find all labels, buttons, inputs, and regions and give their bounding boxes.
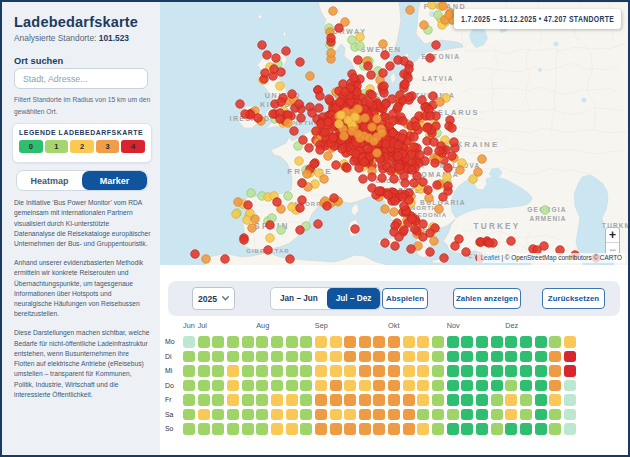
cal-cell-r3c0[interactable]	[183, 380, 195, 392]
map-marker[interactable]	[306, 72, 315, 81]
map-marker[interactable]	[405, 196, 414, 205]
cal-cell-r2c25[interactable]	[549, 365, 561, 377]
cal-cell-r2c17[interactable]	[432, 365, 444, 377]
map-marker[interactable]	[258, 41, 267, 50]
map-marker[interactable]	[428, 2, 437, 9]
cal-cell-r6c3[interactable]	[227, 423, 239, 435]
map-marker[interactable]	[394, 103, 403, 112]
map-marker[interactable]	[191, 250, 200, 259]
cal-cell-r2c5[interactable]	[256, 365, 268, 377]
cal-cell-r5c19[interactable]	[461, 409, 473, 421]
cal-cell-r3c13[interactable]	[373, 380, 385, 392]
cal-cell-r3c12[interactable]	[359, 380, 371, 392]
cal-cell-r3c16[interactable]	[417, 380, 429, 392]
map-marker[interactable]	[356, 33, 365, 42]
cal-cell-r5c11[interactable]	[344, 409, 356, 421]
map-marker[interactable]	[324, 118, 333, 127]
button-zahlen-anzeigen[interactable]: Zahlen anzeigen	[453, 288, 521, 309]
cal-cell-r3c8[interactable]	[300, 380, 312, 392]
cal-cell-r2c13[interactable]	[373, 365, 385, 377]
cal-cell-r5c8[interactable]	[300, 409, 312, 421]
cal-cell-r5c16[interactable]	[417, 409, 429, 421]
cal-cell-r5c22[interactable]	[505, 409, 517, 421]
cal-cell-r0c0[interactable]	[183, 336, 195, 348]
cal-cell-r1c3[interactable]	[227, 351, 239, 363]
map-marker[interactable]	[375, 187, 384, 196]
map-marker[interactable]	[295, 100, 304, 109]
map-marker[interactable]	[390, 175, 399, 184]
map-marker[interactable]	[379, 69, 388, 78]
map-marker[interactable]	[330, 194, 339, 203]
map-marker[interactable]	[266, 234, 275, 243]
cal-cell-r5c7[interactable]	[286, 409, 298, 421]
cal-cell-r5c25[interactable]	[549, 409, 561, 421]
map-marker[interactable]	[359, 175, 368, 184]
map-marker[interactable]	[276, 115, 285, 124]
map-marker[interactable]	[420, 21, 429, 30]
cal-cell-r6c8[interactable]	[300, 423, 312, 435]
map-marker[interactable]	[361, 114, 370, 123]
map-marker[interactable]	[380, 82, 389, 91]
cal-cell-r1c23[interactable]	[520, 351, 532, 363]
cal-cell-r6c21[interactable]	[491, 423, 503, 435]
cal-cell-r6c0[interactable]	[183, 423, 195, 435]
cal-cell-r2c11[interactable]	[344, 365, 356, 377]
cal-cell-r4c0[interactable]	[183, 394, 195, 406]
map-marker[interactable]	[247, 189, 256, 198]
map-marker[interactable]	[298, 196, 307, 205]
cal-cell-r4c18[interactable]	[447, 394, 459, 406]
cal-cell-r4c19[interactable]	[461, 394, 473, 406]
map-marker[interactable]	[286, 255, 295, 264]
cal-cell-r2c3[interactable]	[227, 365, 239, 377]
cal-cell-r6c9[interactable]	[315, 423, 327, 435]
map-marker[interactable]	[336, 98, 345, 107]
map-marker[interactable]	[338, 145, 347, 154]
map-marker[interactable]	[381, 239, 390, 248]
map-marker[interactable]	[444, 164, 453, 173]
map-marker[interactable]	[541, 206, 550, 215]
map-marker[interactable]	[396, 91, 405, 100]
cal-cell-r2c10[interactable]	[330, 365, 342, 377]
map-marker[interactable]	[426, 54, 435, 63]
map-marker[interactable]	[354, 56, 363, 65]
map-marker[interactable]	[234, 198, 243, 207]
cal-cell-r6c20[interactable]	[476, 423, 488, 435]
cal-cell-r1c11[interactable]	[344, 351, 356, 363]
cal-cell-r6c24[interactable]	[535, 423, 547, 435]
cal-cell-r1c0[interactable]	[183, 351, 195, 363]
map-marker[interactable]	[444, 182, 453, 191]
map-marker[interactable]	[456, 166, 465, 175]
map-marker[interactable]	[324, 152, 333, 161]
cal-cell-r3c23[interactable]	[520, 380, 532, 392]
map-marker[interactable]	[221, 255, 230, 264]
cal-cell-r0c11[interactable]	[344, 336, 356, 348]
cal-cell-r3c19[interactable]	[461, 380, 473, 392]
map-marker[interactable]	[243, 216, 252, 225]
map-marker[interactable]	[439, 2, 448, 10]
cal-cell-r6c14[interactable]	[388, 423, 400, 435]
leaflet-link[interactable]: Leaflet	[480, 254, 499, 261]
map-marker[interactable]	[254, 114, 263, 123]
map-marker[interactable]	[335, 24, 344, 33]
cal-cell-r0c10[interactable]	[330, 336, 342, 348]
cal-cell-r6c4[interactable]	[242, 423, 254, 435]
cal-cell-r5c23[interactable]	[520, 409, 532, 421]
map-marker[interactable]	[232, 210, 241, 219]
map-marker[interactable]	[394, 56, 403, 65]
cal-cell-r5c18[interactable]	[447, 409, 459, 421]
cal-cell-r2c19[interactable]	[461, 365, 473, 377]
cal-cell-r6c22[interactable]	[505, 423, 517, 435]
cal-cell-r6c6[interactable]	[271, 423, 283, 435]
cal-cell-r4c25[interactable]	[549, 394, 561, 406]
map-marker[interactable]	[443, 173, 452, 182]
map-marker[interactable]	[298, 179, 307, 188]
map-marker[interactable]	[240, 236, 249, 245]
map-marker[interactable]	[305, 144, 314, 153]
map-marker[interactable]	[507, 237, 516, 246]
cal-cell-r0c5[interactable]	[256, 336, 268, 348]
map-marker[interactable]	[266, 221, 275, 230]
cal-cell-r0c20[interactable]	[476, 336, 488, 348]
map-marker[interactable]	[426, 229, 435, 238]
cal-cell-r3c22[interactable]	[505, 380, 517, 392]
cal-cell-r4c9[interactable]	[315, 394, 327, 406]
